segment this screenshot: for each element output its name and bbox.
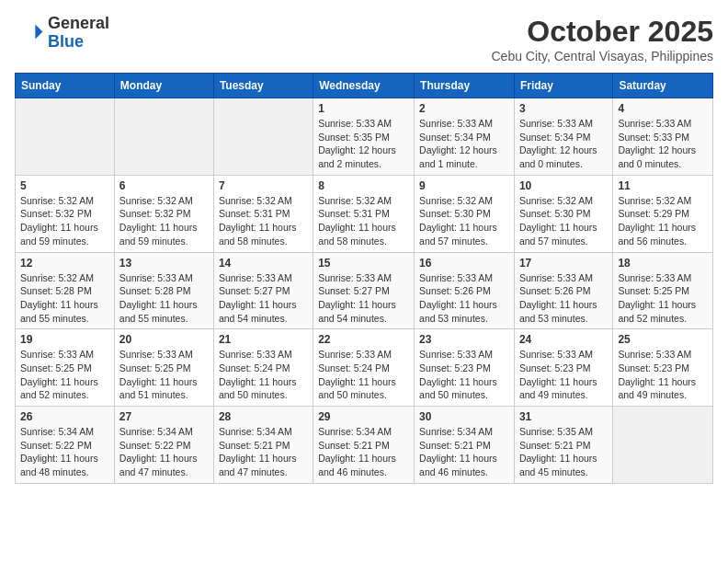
- logo-icon: [15, 18, 44, 48]
- week-row-1: 1Sunrise: 5:33 AM Sunset: 5:35 PM Daylig…: [16, 98, 713, 176]
- calendar-cell: 1Sunrise: 5:33 AM Sunset: 5:35 PM Daylig…: [313, 98, 415, 176]
- week-row-4: 19Sunrise: 5:33 AM Sunset: 5:25 PM Dayli…: [16, 329, 713, 407]
- header-cell-friday: Friday: [514, 74, 612, 98]
- day-number: 14: [219, 257, 308, 270]
- calendar-cell: 14Sunrise: 5:33 AM Sunset: 5:27 PM Dayli…: [213, 252, 313, 329]
- day-number: 11: [618, 179, 708, 192]
- day-info: Sunrise: 5:34 AM Sunset: 5:21 PM Dayligh…: [318, 425, 409, 479]
- calendar-cell: 15Sunrise: 5:33 AM Sunset: 5:27 PM Dayli…: [313, 252, 415, 329]
- day-info: Sunrise: 5:33 AM Sunset: 5:28 PM Dayligh…: [119, 271, 209, 326]
- calendar-cell: 7Sunrise: 5:32 AM Sunset: 5:31 PM Daylig…: [213, 175, 313, 252]
- day-number: 6: [119, 179, 209, 192]
- day-number: 4: [618, 102, 708, 115]
- day-number: 31: [519, 410, 608, 423]
- calendar-cell: 29Sunrise: 5:34 AM Sunset: 5:21 PM Dayli…: [313, 407, 415, 484]
- logo-text: General Blue: [48, 15, 109, 52]
- calendar-cell: 30Sunrise: 5:34 AM Sunset: 5:21 PM Dayli…: [415, 407, 515, 484]
- calendar-table: SundayMondayTuesdayWednesdayThursdayFrid…: [15, 73, 713, 484]
- calendar-cell: 4Sunrise: 5:33 AM Sunset: 5:33 PM Daylig…: [613, 98, 713, 176]
- calendar-cell: 17Sunrise: 5:33 AM Sunset: 5:26 PM Dayli…: [514, 252, 612, 329]
- calendar-cell: 16Sunrise: 5:33 AM Sunset: 5:26 PM Dayli…: [415, 252, 515, 329]
- day-info: Sunrise: 5:34 AM Sunset: 5:22 PM Dayligh…: [20, 425, 109, 479]
- day-info: Sunrise: 5:32 AM Sunset: 5:32 PM Dayligh…: [119, 194, 209, 248]
- title-block: October 2025 Cebu City, Central Visayas,…: [492, 15, 714, 63]
- calendar-cell: 10Sunrise: 5:32 AM Sunset: 5:30 PM Dayli…: [514, 175, 612, 252]
- calendar-cell: [213, 98, 313, 176]
- week-row-3: 12Sunrise: 5:32 AM Sunset: 5:28 PM Dayli…: [16, 252, 713, 329]
- calendar-cell: 13Sunrise: 5:33 AM Sunset: 5:28 PM Dayli…: [114, 252, 213, 329]
- day-info: Sunrise: 5:33 AM Sunset: 5:24 PM Dayligh…: [219, 348, 308, 402]
- calendar-cell: 8Sunrise: 5:32 AM Sunset: 5:31 PM Daylig…: [313, 175, 415, 252]
- calendar-cell: 22Sunrise: 5:33 AM Sunset: 5:24 PM Dayli…: [313, 329, 415, 407]
- header-cell-monday: Monday: [114, 74, 213, 98]
- day-number: 10: [519, 179, 608, 192]
- day-info: Sunrise: 5:33 AM Sunset: 5:27 PM Dayligh…: [219, 271, 308, 326]
- calendar-cell: [114, 98, 213, 176]
- day-info: Sunrise: 5:34 AM Sunset: 5:21 PM Dayligh…: [419, 425, 509, 479]
- calendar-cell: 19Sunrise: 5:33 AM Sunset: 5:25 PM Dayli…: [16, 329, 115, 407]
- week-row-5: 26Sunrise: 5:34 AM Sunset: 5:22 PM Dayli…: [16, 407, 713, 484]
- month-title: October 2025: [492, 15, 714, 49]
- calendar-cell: 21Sunrise: 5:33 AM Sunset: 5:24 PM Dayli…: [213, 329, 313, 407]
- day-number: 25: [618, 333, 708, 346]
- header-cell-thursday: Thursday: [415, 74, 515, 98]
- day-info: Sunrise: 5:33 AM Sunset: 5:34 PM Dayligh…: [519, 117, 608, 171]
- day-number: 8: [318, 179, 409, 192]
- calendar-cell: 9Sunrise: 5:32 AM Sunset: 5:30 PM Daylig…: [415, 175, 515, 252]
- svg-rect-1: [20, 24, 37, 40]
- day-info: Sunrise: 5:33 AM Sunset: 5:23 PM Dayligh…: [618, 348, 708, 402]
- day-info: Sunrise: 5:34 AM Sunset: 5:22 PM Dayligh…: [119, 425, 209, 479]
- header-cell-sunday: Sunday: [16, 74, 115, 98]
- calendar-cell: 20Sunrise: 5:33 AM Sunset: 5:25 PM Dayli…: [114, 329, 213, 407]
- day-number: 23: [419, 333, 509, 346]
- header-cell-wednesday: Wednesday: [313, 74, 415, 98]
- header-row: SundayMondayTuesdayWednesdayThursdayFrid…: [16, 74, 713, 98]
- day-number: 20: [119, 333, 209, 346]
- calendar-body: 1Sunrise: 5:33 AM Sunset: 5:35 PM Daylig…: [16, 98, 713, 484]
- day-number: 18: [618, 257, 708, 270]
- svg-marker-0: [35, 24, 42, 39]
- day-number: 5: [20, 179, 109, 192]
- day-number: 30: [419, 410, 509, 423]
- week-row-2: 5Sunrise: 5:32 AM Sunset: 5:32 PM Daylig…: [16, 175, 713, 252]
- day-info: Sunrise: 5:33 AM Sunset: 5:23 PM Dayligh…: [519, 348, 608, 402]
- calendar-cell: 11Sunrise: 5:32 AM Sunset: 5:29 PM Dayli…: [613, 175, 713, 252]
- calendar-cell: 28Sunrise: 5:34 AM Sunset: 5:21 PM Dayli…: [213, 407, 313, 484]
- day-number: 9: [419, 179, 509, 192]
- calendar-cell: 3Sunrise: 5:33 AM Sunset: 5:34 PM Daylig…: [514, 98, 612, 176]
- day-info: Sunrise: 5:32 AM Sunset: 5:31 PM Dayligh…: [318, 194, 409, 248]
- location-title: Cebu City, Central Visayas, Philippines: [492, 49, 714, 63]
- day-number: 7: [219, 179, 308, 192]
- day-number: 21: [219, 333, 308, 346]
- day-info: Sunrise: 5:33 AM Sunset: 5:33 PM Dayligh…: [618, 117, 708, 171]
- calendar-cell: 12Sunrise: 5:32 AM Sunset: 5:28 PM Dayli…: [16, 252, 115, 329]
- calendar-cell: 26Sunrise: 5:34 AM Sunset: 5:22 PM Dayli…: [16, 407, 115, 484]
- day-number: 12: [20, 257, 109, 270]
- calendar-cell: 5Sunrise: 5:32 AM Sunset: 5:32 PM Daylig…: [16, 175, 115, 252]
- day-info: Sunrise: 5:33 AM Sunset: 5:25 PM Dayligh…: [119, 348, 209, 402]
- day-info: Sunrise: 5:33 AM Sunset: 5:25 PM Dayligh…: [618, 271, 708, 326]
- calendar-cell: 2Sunrise: 5:33 AM Sunset: 5:34 PM Daylig…: [415, 98, 515, 176]
- day-number: 2: [419, 102, 509, 115]
- calendar-cell: 24Sunrise: 5:33 AM Sunset: 5:23 PM Dayli…: [514, 329, 612, 407]
- header-cell-saturday: Saturday: [613, 74, 713, 98]
- day-number: 29: [318, 410, 409, 423]
- day-number: 13: [119, 257, 209, 270]
- calendar-cell: [613, 407, 713, 484]
- calendar-cell: 18Sunrise: 5:33 AM Sunset: 5:25 PM Dayli…: [613, 252, 713, 329]
- day-info: Sunrise: 5:33 AM Sunset: 5:25 PM Dayligh…: [20, 348, 109, 402]
- day-info: Sunrise: 5:32 AM Sunset: 5:30 PM Dayligh…: [519, 194, 608, 248]
- day-info: Sunrise: 5:34 AM Sunset: 5:21 PM Dayligh…: [219, 425, 308, 479]
- day-number: 26: [20, 410, 109, 423]
- day-number: 24: [519, 333, 608, 346]
- calendar-cell: 6Sunrise: 5:32 AM Sunset: 5:32 PM Daylig…: [114, 175, 213, 252]
- page-header: General Blue October 2025 Cebu City, Cen…: [15, 15, 713, 63]
- day-info: Sunrise: 5:33 AM Sunset: 5:34 PM Dayligh…: [419, 117, 509, 171]
- day-info: Sunrise: 5:33 AM Sunset: 5:26 PM Dayligh…: [519, 271, 608, 326]
- day-info: Sunrise: 5:33 AM Sunset: 5:23 PM Dayligh…: [419, 348, 509, 402]
- day-number: 16: [419, 257, 509, 270]
- logo: General Blue: [15, 15, 109, 52]
- day-number: 15: [318, 257, 409, 270]
- day-info: Sunrise: 5:33 AM Sunset: 5:35 PM Dayligh…: [318, 117, 409, 171]
- day-number: 28: [219, 410, 308, 423]
